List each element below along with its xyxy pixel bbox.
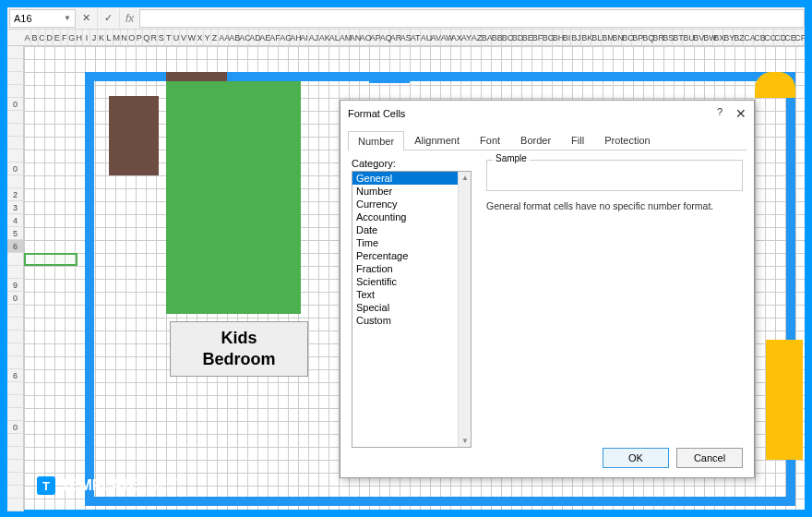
- column-header[interactable]: CD: [774, 30, 784, 45]
- category-item[interactable]: Percentage: [352, 249, 471, 262]
- column-header[interactable]: H: [76, 30, 83, 45]
- formula-bar[interactable]: [139, 9, 805, 28]
- column-header[interactable]: U: [173, 30, 180, 45]
- column-header[interactable]: AT: [411, 30, 421, 45]
- row-header[interactable]: [7, 253, 24, 266]
- column-header[interactable]: BR: [652, 30, 663, 45]
- column-header[interactable]: S: [158, 30, 165, 45]
- column-header[interactable]: AH: [290, 30, 300, 45]
- row-header[interactable]: [7, 447, 24, 460]
- column-header[interactable]: BZ: [734, 30, 744, 45]
- column-header[interactable]: T: [165, 30, 173, 45]
- row-headers[interactable]: 00234569060: [7, 46, 24, 511]
- listbox-scrollbar[interactable]: [458, 172, 471, 447]
- column-header[interactable]: BP: [632, 30, 642, 45]
- column-header[interactable]: R: [150, 30, 158, 45]
- column-header[interactable]: W: [187, 30, 197, 45]
- column-header[interactable]: BB: [492, 30, 502, 45]
- column-header[interactable]: K: [98, 30, 105, 45]
- column-header[interactable]: E: [54, 30, 61, 45]
- column-header[interactable]: AK: [319, 30, 329, 45]
- column-header[interactable]: AW: [441, 30, 451, 45]
- fx-icon[interactable]: fx: [120, 12, 139, 25]
- row-header[interactable]: [7, 150, 24, 162]
- column-header[interactable]: AZ: [472, 30, 482, 45]
- column-header[interactable]: L: [106, 30, 113, 45]
- column-header[interactable]: BU: [683, 30, 693, 45]
- column-header[interactable]: AE: [259, 30, 269, 45]
- category-item[interactable]: Number: [352, 185, 471, 198]
- column-header[interactable]: BD: [512, 30, 522, 45]
- category-item[interactable]: Custom: [352, 314, 471, 327]
- column-header[interactable]: AP: [370, 30, 380, 45]
- column-header[interactable]: BY: [723, 30, 734, 45]
- tab-fill[interactable]: Fill: [561, 130, 594, 150]
- row-header[interactable]: 4: [7, 214, 24, 227]
- column-header[interactable]: AL: [329, 30, 340, 45]
- tab-alignment[interactable]: Alignment: [404, 130, 470, 150]
- category-listbox[interactable]: GeneralNumberCurrencyAccountingDateTimeP…: [352, 171, 472, 448]
- row-header[interactable]: 5: [7, 227, 24, 240]
- column-header[interactable]: BE: [522, 30, 532, 45]
- column-header[interactable]: BJ: [571, 30, 581, 45]
- column-header[interactable]: CF: [794, 30, 805, 45]
- column-header[interactable]: BS: [663, 30, 673, 45]
- row-header[interactable]: 6: [7, 369, 24, 382]
- column-header[interactable]: AA: [219, 30, 229, 45]
- column-header[interactable]: BK: [581, 30, 591, 45]
- column-header[interactable]: BV: [693, 30, 703, 45]
- column-header[interactable]: BM: [602, 30, 612, 45]
- column-header[interactable]: O: [128, 30, 136, 45]
- column-header[interactable]: CE: [784, 30, 794, 45]
- dialog-titlebar[interactable]: Format Cells ? ✕: [340, 101, 754, 126]
- row-header[interactable]: [7, 382, 24, 395]
- row-header[interactable]: [7, 460, 24, 473]
- column-header[interactable]: B: [31, 30, 39, 45]
- column-header[interactable]: AO: [360, 30, 370, 45]
- row-header[interactable]: [7, 124, 24, 137]
- row-header[interactable]: [7, 343, 24, 356]
- row-header[interactable]: 9: [7, 279, 24, 292]
- row-header[interactable]: [7, 46, 24, 59]
- column-header[interactable]: BO: [622, 30, 632, 45]
- category-item[interactable]: Currency: [352, 198, 471, 210]
- column-header[interactable]: BT: [673, 30, 683, 45]
- row-header[interactable]: [7, 408, 24, 421]
- row-header[interactable]: [7, 137, 24, 150]
- column-header[interactable]: BA: [482, 30, 492, 45]
- category-item[interactable]: Accounting: [352, 210, 471, 223]
- category-item[interactable]: Fraction: [352, 262, 471, 275]
- name-box-dropdown-icon[interactable]: ▼: [64, 14, 71, 22]
- column-headers[interactable]: ABCDEFGHIJKLMNOPQRSTUVWXYZAAABACADAEAFAG…: [7, 30, 805, 46]
- row-header[interactable]: [7, 486, 24, 499]
- row-header[interactable]: 0: [7, 162, 24, 175]
- column-header[interactable]: N: [121, 30, 128, 45]
- dialog-help-icon[interactable]: ?: [717, 106, 722, 121]
- column-header[interactable]: M: [113, 30, 122, 45]
- column-header[interactable]: AR: [390, 30, 400, 45]
- row-header[interactable]: 6: [7, 240, 24, 253]
- row-header[interactable]: 2: [7, 188, 24, 201]
- column-header[interactable]: AJ: [309, 30, 319, 45]
- row-header[interactable]: [7, 85, 24, 98]
- column-header[interactable]: P: [136, 30, 143, 45]
- tab-border[interactable]: Border: [510, 130, 561, 150]
- column-header[interactable]: CA: [744, 30, 754, 45]
- column-header[interactable]: BN: [612, 30, 622, 45]
- column-header[interactable]: AB: [229, 30, 239, 45]
- column-header[interactable]: BH: [553, 30, 563, 45]
- column-header[interactable]: AY: [461, 30, 472, 45]
- row-header[interactable]: [7, 266, 24, 279]
- row-header[interactable]: [7, 175, 24, 188]
- column-header[interactable]: AS: [400, 30, 411, 45]
- column-header[interactable]: AV: [431, 30, 441, 45]
- column-header[interactable]: AD: [249, 30, 259, 45]
- row-header[interactable]: [7, 395, 24, 408]
- column-header[interactable]: AN: [350, 30, 360, 45]
- column-header[interactable]: V: [180, 30, 187, 45]
- tab-font[interactable]: Font: [470, 130, 510, 150]
- column-header[interactable]: CC: [764, 30, 774, 45]
- cancel-formula-icon[interactable]: ✕: [76, 9, 98, 28]
- column-header[interactable]: F: [61, 30, 68, 45]
- category-item[interactable]: Scientific: [352, 275, 471, 288]
